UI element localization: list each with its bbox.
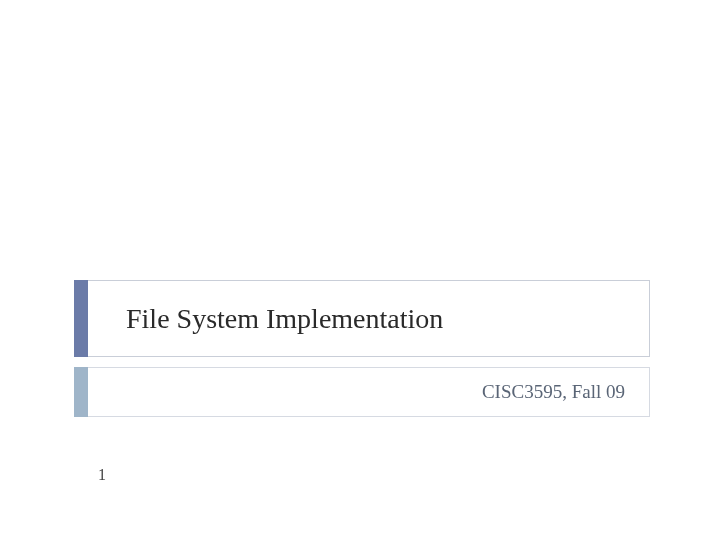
- page-number: 1: [98, 466, 106, 484]
- subtitle-accent-bar: [74, 367, 88, 417]
- subtitle-box: CISC3595, Fall 09: [74, 367, 650, 417]
- slide-title: File System Implementation: [126, 303, 443, 335]
- title-box: File System Implementation: [74, 280, 650, 357]
- subtitle-content: CISC3595, Fall 09: [88, 367, 650, 417]
- title-content: File System Implementation: [88, 280, 650, 357]
- slide: File System Implementation CISC3595, Fal…: [0, 0, 720, 540]
- title-accent-bar: [74, 280, 88, 357]
- slide-subtitle: CISC3595, Fall 09: [482, 381, 625, 403]
